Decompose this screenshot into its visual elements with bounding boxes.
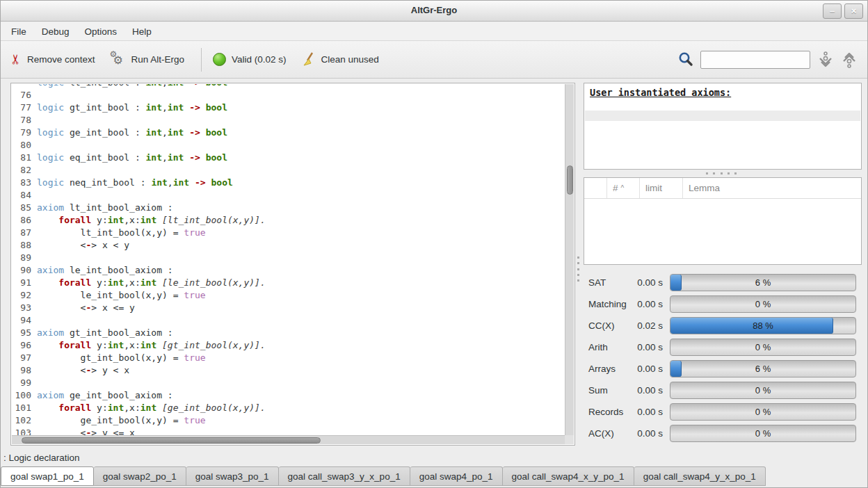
goal-tab-bar: goal swap1_po_1goal swap2_po_1goal swap3… [1, 466, 867, 488]
stat-label: Records [584, 407, 629, 417]
axioms-selected-row[interactable] [585, 111, 860, 121]
code-line-content: axiom lt_int_bool_axiom : [37, 202, 565, 214]
code-line-content: gt_int_bool(x,y) = true [37, 352, 565, 364]
horizontal-splitter-handle[interactable] [706, 172, 737, 174]
code-token: logic [37, 177, 64, 188]
code-line: 90axiom le_int_bool_axiom : [12, 264, 565, 277]
code-token: bool [206, 127, 227, 138]
code-line: 101 forall y:int,x:int [ge_int_bool(x,y)… [12, 402, 565, 414]
code-line: 76 [12, 89, 565, 101]
goal-tab-5[interactable]: goal swap4_po_1 [410, 466, 503, 486]
valid-status-label: Valid (0.02 s) [232, 54, 287, 65]
lemma-table-header: #^limitLemma [584, 178, 861, 199]
minimize-button[interactable]: – [823, 3, 842, 19]
stat-progress-bar: 88 % [670, 317, 856, 334]
code-token [189, 177, 195, 188]
menu-item-help[interactable]: Help [124, 24, 159, 40]
stat-time: 0.00 s [629, 407, 663, 417]
code-token: le_int_bool_axiom : [64, 265, 173, 275]
close-button[interactable]: × [844, 3, 863, 19]
vertical-splitter-handle[interactable] [577, 257, 580, 282]
line-number: 97 [12, 352, 37, 364]
line-number: 82 [12, 164, 37, 177]
run-alt-ergo-button[interactable]: ⚙⚙ Run Alt-Ergo [110, 52, 184, 67]
code-token: logic [37, 102, 64, 113]
code-line: 102 ge_int_bool(x,y) = true [12, 414, 565, 427]
editor-horizontal-scrollbar[interactable] [12, 435, 565, 444]
goal-tab-2[interactable]: goal swap2_po_1 [94, 466, 186, 486]
code-line-content [37, 164, 565, 177]
remove-context-button[interactable]: ✂ Remove context [10, 53, 95, 66]
code-line-content [37, 89, 565, 101]
code-token: bool [211, 177, 232, 188]
goal-tab-3[interactable]: goal swap3_po_1 [186, 466, 279, 486]
code-token: int [168, 127, 184, 138]
stat-percent-text: 0 % [670, 425, 855, 441]
menu-item-file[interactable]: File [3, 24, 34, 40]
line-number: 88 [12, 239, 37, 252]
lemma-column-header-limit[interactable]: limit [640, 178, 683, 198]
code-token: gt_int_bool : [64, 102, 145, 113]
code-line: 91 forall y:int,x:int [le_int_bool(x,y)]… [12, 277, 565, 289]
run-alt-ergo-label: Run Alt-Ergo [131, 54, 184, 65]
find-previous-icon[interactable] [841, 51, 858, 69]
horizontal-scroll-thumb[interactable] [22, 437, 321, 444]
code-line: 79logic ge_int_bool : int,int -> bool [12, 127, 565, 139]
clean-unused-label: Clean unused [321, 54, 379, 65]
valid-status-icon [213, 53, 226, 66]
code-line-content: <-> x <= y [37, 302, 565, 314]
code-token: int [146, 102, 162, 113]
code-token [184, 102, 189, 113]
goal-tab-4[interactable]: goal call_swap3_y_x_po_1 [279, 466, 410, 486]
code-line-content: forall y:int,x:int [gt_int_bool(x,y)]. [37, 339, 565, 352]
code-token [184, 84, 189, 88]
line-number: 92 [12, 289, 37, 302]
code-token: true [184, 227, 205, 238]
lemma-column-header-spacer[interactable] [584, 178, 607, 198]
lemma-column-header-lemma[interactable]: Lemma [683, 178, 861, 198]
stat-row-sum: Sum0.00 s0 % [584, 380, 862, 401]
vertical-scroll-thumb[interactable] [567, 165, 573, 195]
goal-tab-1[interactable]: goal swap1_po_1 [1, 466, 94, 486]
code-line-content: logic eq_int_bool : int,int -> bool [37, 152, 565, 164]
line-number: 96 [12, 339, 37, 352]
code-token: > x <= y [91, 302, 135, 313]
line-number: 76 [12, 89, 37, 101]
menu-item-options[interactable]: Options [77, 24, 125, 40]
code-token [200, 152, 206, 163]
goal-tab-6[interactable]: goal call_swap4_x_y_po_1 [503, 466, 634, 486]
lemma-column-header-#[interactable]: #^ [607, 178, 640, 198]
code-token: ,x: [124, 340, 140, 350]
code-token: ,x: [124, 215, 140, 225]
source-editor[interactable]: logic lt_int_bool : int,int -> bool7677l… [10, 83, 575, 446]
code-line-content: ge_int_bool(x,y) = true [37, 414, 565, 427]
stat-percent-text: 6 % [670, 361, 855, 377]
editor-vertical-scrollbar[interactable] [565, 84, 574, 435]
code-line: 98 <-> y < x [12, 364, 565, 377]
code-token: int [108, 340, 124, 350]
code-token: bool [206, 84, 227, 88]
search-icon [677, 51, 693, 67]
code-token: y: [91, 340, 107, 350]
line-number: 98 [12, 364, 37, 377]
search-input[interactable] [700, 51, 810, 69]
code-token [156, 215, 162, 225]
goal-tab-7[interactable]: goal call_swap4_y_x_po_1 [634, 466, 766, 486]
code-token: int [140, 340, 156, 350]
code-token: > x < y [91, 240, 129, 250]
code-token: forall [58, 277, 91, 288]
code-line: 85axiom lt_int_bool_axiom : [12, 202, 565, 214]
menu-item-debug[interactable]: Debug [34, 24, 77, 40]
code-token: int [168, 84, 184, 88]
stat-label: Arith [584, 342, 629, 352]
stat-progress-bar: 0 % [670, 339, 856, 356]
lemma-table[interactable]: #^limitLemma [584, 177, 862, 265]
line-number: 87 [12, 227, 37, 239]
code-token: int [168, 102, 184, 113]
line-number: 94 [12, 314, 37, 327]
stat-label: AC(X) [584, 428, 629, 439]
instantiated-axioms-panel[interactable]: User instantiated axioms: [584, 83, 862, 170]
code-line: logic lt_int_bool : int,int -> bool [12, 84, 565, 89]
find-next-icon[interactable] [817, 51, 834, 69]
clean-unused-button[interactable]: Clean unused [302, 52, 379, 67]
